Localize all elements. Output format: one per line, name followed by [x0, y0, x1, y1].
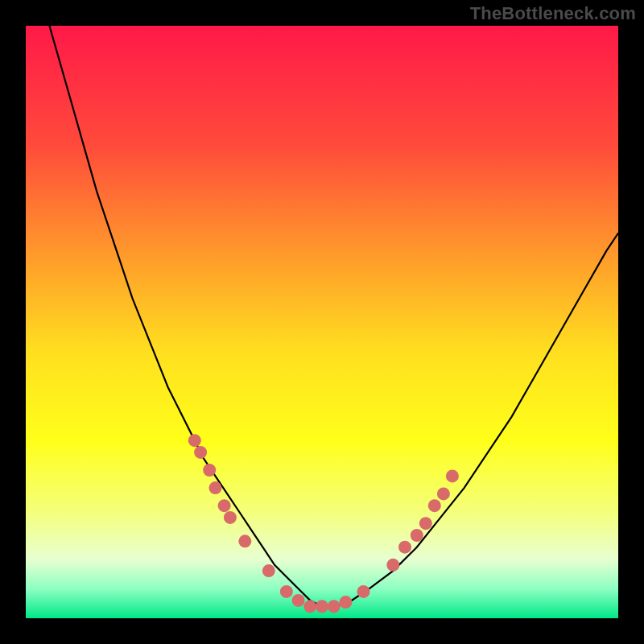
chart-svg	[26, 26, 618, 618]
marker-point	[224, 511, 237, 524]
marker-point	[209, 481, 222, 494]
marker-point	[238, 535, 251, 547]
marker-point	[203, 464, 216, 477]
chart-frame: TheBottleneck.com	[0, 0, 644, 644]
marker-point	[357, 585, 370, 598]
gradient-background	[26, 26, 618, 618]
marker-point	[339, 596, 352, 609]
marker-point	[386, 559, 399, 572]
marker-point	[437, 487, 450, 500]
marker-point	[188, 434, 201, 447]
marker-point	[316, 600, 328, 613]
marker-point	[194, 446, 207, 459]
marker-point	[398, 541, 411, 554]
marker-point	[411, 529, 423, 542]
marker-point	[446, 469, 459, 482]
marker-point	[419, 517, 432, 530]
marker-point	[328, 600, 341, 613]
marker-point	[428, 499, 441, 512]
plot-area	[26, 26, 618, 618]
marker-point	[292, 594, 305, 607]
watermark-text: TheBottleneck.com	[470, 3, 636, 24]
marker-point	[303, 600, 316, 613]
marker-point	[218, 499, 231, 512]
marker-point	[262, 564, 275, 577]
marker-point	[280, 585, 293, 598]
